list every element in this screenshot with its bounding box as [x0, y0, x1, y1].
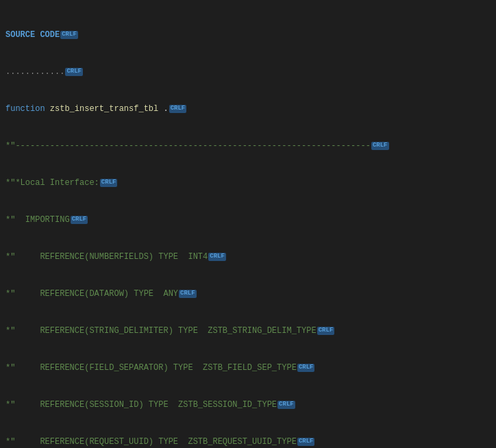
comment: *" REFERENCE(STRING_DELIMITER) TYPE ZSTB… [5, 325, 317, 337]
function-keyword: function [5, 103, 50, 115]
comment: *" REFERENCE(NUMBERFIELDS) TYPE INT4 [5, 251, 208, 263]
crlf-badge: CRLF [60, 31, 78, 39]
crlf-badge: CRLF [277, 401, 295, 409]
crlf-badge: CRLF [169, 105, 187, 113]
line-ref1: *" REFERENCE(NUMBERFIELDS) TYPE INT4 CRL… [5, 251, 491, 263]
line-header: SOURCE CODE CRLF [5, 29, 491, 41]
comment: *" REFERENCE(SESSION_ID) TYPE ZSTB_SESSI… [5, 399, 277, 411]
code-editor: SOURCE CODE CRLF ............ CRLF funct… [0, 0, 496, 448]
source-keyword: SOURCE CODE [5, 29, 60, 41]
crlf-badge: CRLF [317, 327, 335, 335]
crlf-badge: CRLF [208, 253, 226, 261]
crlf-badge: CRLF [371, 142, 389, 150]
dots: ............ [5, 66, 64, 78]
line-ref2: *" REFERENCE(DATAROW) TYPE ANY CRLF [5, 288, 491, 300]
dot: . [163, 103, 168, 115]
separator: *"--------------------------------------… [5, 140, 371, 152]
line-ref3: *" REFERENCE(STRING_DELIMITER) TYPE ZSTB… [5, 325, 491, 337]
line-ref4: *" REFERENCE(FIELD_SEPARATOR) TYPE ZSTB_… [5, 362, 491, 374]
comment: *"*Local Interface: [5, 177, 99, 189]
crlf-badge: CRLF [100, 179, 118, 187]
line-ref6: *" REFERENCE(REQUEST_UUID) TYPE ZSTB_REQ… [5, 436, 491, 448]
crlf-badge: CRLF [297, 438, 315, 446]
line-local: *"*Local Interface: CRLF [5, 177, 491, 189]
function-name: zstb_insert_transf_tbl [50, 103, 164, 115]
comment: *" REFERENCE(REQUEST_UUID) TYPE ZSTB_REQ… [5, 436, 297, 448]
crlf-badge: CRLF [179, 290, 197, 298]
line-dots: ............ CRLF [5, 66, 491, 78]
line-sep1: *"--------------------------------------… [5, 140, 491, 152]
crlf-badge: CRLF [71, 216, 88, 224]
line-ref5: *" REFERENCE(SESSION_ID) TYPE ZSTB_SESSI… [5, 399, 491, 411]
crlf-badge: CRLF [297, 364, 315, 372]
line-importing: *" IMPORTING CRLF [5, 214, 491, 226]
crlf-badge: CRLF [65, 68, 83, 76]
comment: *" REFERENCE(FIELD_SEPARATOR) TYPE ZSTB_… [5, 362, 297, 374]
line-function: function zstb_insert_transf_tbl . CRLF [5, 103, 491, 115]
comment: *" REFERENCE(DATAROW) TYPE ANY [5, 288, 178, 300]
comment: *" IMPORTING [5, 214, 70, 226]
